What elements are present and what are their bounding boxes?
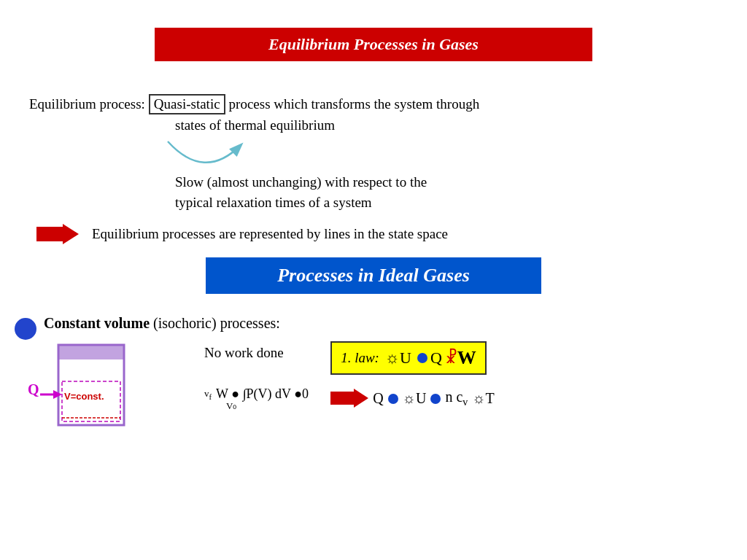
q-label: Q xyxy=(28,381,39,398)
svg-text:V=const.: V=const. xyxy=(64,391,104,402)
subtitle-banner: Processes in Ideal Gases xyxy=(206,257,541,294)
delta-u-formula: ☼U xyxy=(403,390,427,407)
law-box: 1. law: ☼U Q ☧ W xyxy=(330,341,487,375)
slow-line2: typical relaxation times of a system xyxy=(175,195,718,211)
equil-suffix: process which transforms the system thro… xyxy=(229,96,480,112)
integral-formula: vf W ● ∫P(V) dV ●0 xyxy=(204,386,309,402)
delta-t-formula: ☼T xyxy=(472,390,495,407)
constant-volume-heading: Constant volume (isochoric) processes: xyxy=(44,315,732,332)
diagram-row: Q V=const. xyxy=(44,338,732,435)
represented-text: Equilibrium processes are represented by… xyxy=(92,226,448,242)
represented-row: Equilibrium processes are represented by… xyxy=(36,224,718,244)
bullet-1 xyxy=(417,353,427,363)
main-content: Equilibrium process: Quasi-static proces… xyxy=(0,87,747,305)
n-cv-formula: n cv xyxy=(445,389,468,408)
constant-volume-suffix: (isochoric) processes: xyxy=(153,315,280,331)
equil-line2: states of thermal equilibrium xyxy=(175,117,718,133)
slide: Equilibrium Processes in Gases Equilibri… xyxy=(0,13,747,560)
law-label: 1. law: xyxy=(341,350,379,366)
bullet-2 xyxy=(388,394,398,404)
blue-bullet-icon xyxy=(15,318,36,340)
bullet-3 xyxy=(430,394,441,404)
slide-title: Equilibrium Processes in Gases xyxy=(155,28,592,61)
vf-label: vf xyxy=(204,388,212,401)
law-section: 0 1. law: ☼U Q ☧ xyxy=(330,341,495,408)
q-formula: Q xyxy=(373,390,383,407)
equil-definition: Equilibrium process: Quasi-static proces… xyxy=(29,94,718,114)
formula-row: Q ☼U n cv ☼T xyxy=(330,389,495,408)
integral-text: W ● ∫P(V) dV ●0 xyxy=(216,386,309,402)
bottom-section: Constant volume (isochoric) processes: Q xyxy=(0,315,747,435)
equil-prefix: Equilibrium process: xyxy=(29,96,145,112)
svg-rect-2 xyxy=(58,345,124,359)
delta-u-icon: ☼U xyxy=(385,349,411,368)
red-arrow-icon xyxy=(36,224,79,244)
cylinder-svg: V=const. xyxy=(44,338,190,432)
magenta-arrow-icon xyxy=(40,387,62,402)
red-arrow-2-icon xyxy=(330,389,368,408)
slow-line1: Slow (almost unchanging) with respect to… xyxy=(175,174,718,190)
q-symbol: Q xyxy=(430,349,442,368)
constant-volume-section: Constant volume (isochoric) processes: Q xyxy=(44,315,732,435)
constant-volume-label: Constant volume xyxy=(44,315,150,331)
no-work-section: No work done vf W ● ∫P(V) dV ●0 V₀ xyxy=(204,345,309,412)
no-work-text: No work done xyxy=(204,345,309,361)
svg-marker-0 xyxy=(53,390,62,399)
w-symbol: W xyxy=(457,347,476,369)
quasi-static-box: Quasi-static xyxy=(149,94,225,114)
delta-w-icon: ☧ xyxy=(445,349,457,368)
cylinder-diagram: Q V=const. xyxy=(44,338,190,435)
v0-label: V₀ xyxy=(226,400,309,412)
curved-arrow-icon xyxy=(160,138,248,174)
